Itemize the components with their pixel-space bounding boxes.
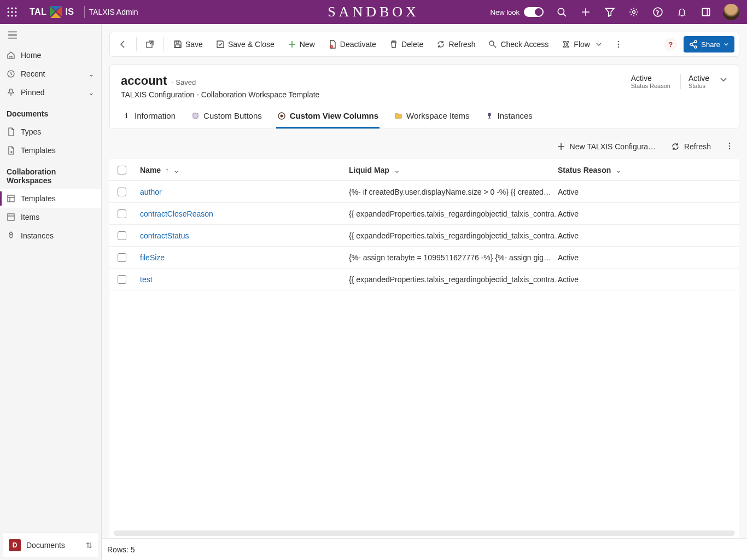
row-checkbox[interactable] [118, 209, 126, 218]
tab-custom-view-columns[interactable]: Custom View Columns [276, 108, 380, 129]
more-commands-button[interactable] [610, 36, 627, 53]
column-header-liquid[interactable]: Liquid Map ⌄ [343, 166, 552, 174]
row-checkbox[interactable] [118, 275, 126, 284]
table-row[interactable]: contractStatus{{ expandedProperties.talx… [109, 225, 739, 247]
row-status-cell: Active [558, 188, 579, 196]
tab-custom-buttons[interactable]: Custom Buttons [190, 108, 263, 129]
row-name-link[interactable]: contractCloseReason [140, 209, 213, 218]
subgrid-more-button[interactable] [723, 142, 736, 152]
share-icon [689, 40, 698, 49]
brand-logo[interactable]: TAL IS [24, 6, 80, 18]
row-name-link[interactable]: test [140, 275, 153, 284]
table-row[interactable]: fileSize{%- assign terabyte = 1099511627… [109, 247, 739, 269]
form-help-button[interactable]: ? [664, 38, 677, 51]
row-liquid-cell: {%- if createdBy.user.displayName.size >… [349, 188, 551, 196]
svg-point-6 [8, 15, 9, 16]
grid-header-row: Name ↑ ⌄ Liquid Map ⌄ Status Reason ⌄ [109, 159, 739, 181]
waffle-icon [7, 7, 17, 17]
sidebar-toggle[interactable] [0, 24, 101, 46]
record-subtitle: TALXIS Configuration - Collaboration Wor… [121, 90, 319, 99]
share-button[interactable]: Share [684, 36, 734, 52]
row-name-link[interactable]: author [140, 188, 162, 196]
svg-point-42 [618, 41, 620, 43]
delete-button[interactable]: Delete [384, 36, 429, 53]
nav-types[interactable]: Types [0, 122, 101, 141]
info-icon: i [122, 112, 131, 120]
items-icon [7, 213, 15, 221]
chevron-down-icon: ⌄ [173, 166, 180, 174]
notifications-button[interactable] [672, 0, 692, 24]
record-dot-icon [277, 112, 286, 120]
section-documents: Documents [0, 102, 101, 122]
open-new-window-button[interactable] [141, 36, 159, 53]
row-name-link[interactable]: contractStatus [140, 231, 189, 240]
popout-icon [145, 40, 154, 49]
table-row[interactable]: contractCloseReason{{ expandedProperties… [109, 203, 739, 225]
row-name-link[interactable]: fileSize [140, 253, 165, 262]
table-row[interactable]: test{{ expandedProperties.talxis_regardi… [109, 269, 739, 290]
header-field-status[interactable]: Active Status [680, 74, 709, 89]
subgrid-refresh-button[interactable]: Refresh [668, 140, 714, 153]
tab-workspace-items[interactable]: Workspace Items [393, 108, 471, 129]
gear-icon [629, 7, 639, 17]
section-collab: Collaboration Workspaces [0, 160, 101, 189]
row-checkbox[interactable] [118, 231, 126, 240]
add-button[interactable] [575, 0, 596, 24]
template-icon [7, 194, 15, 203]
new-button[interactable]: New [282, 36, 320, 53]
svg-line-39 [330, 46, 332, 48]
header-expand-button[interactable] [719, 74, 728, 86]
table-row[interactable]: author{%- if createdBy.user.displayName.… [109, 181, 739, 203]
sort-asc-icon: ↑ [165, 166, 169, 174]
column-header-status[interactable]: Status Reason ⌄ [552, 166, 739, 174]
column-header-name[interactable]: Name ↑ ⌄ [135, 166, 343, 174]
horizontal-scrollbar[interactable] [114, 530, 735, 536]
refresh-button[interactable]: Refresh [431, 36, 481, 53]
panel-button[interactable] [696, 0, 716, 24]
refresh-icon [671, 142, 680, 151]
nav-recent-label: Recent [21, 69, 45, 78]
svg-rect-30 [8, 214, 14, 220]
deactivate-button[interactable]: Deactivate [323, 36, 382, 53]
clock-icon [7, 69, 15, 78]
command-bar: Save Save & Close New Deactivate Delete … [109, 32, 739, 57]
funnel-icon [605, 7, 615, 17]
grid-footer: Rows: 5 [102, 538, 747, 560]
row-checkbox[interactable] [118, 253, 126, 262]
area-picker[interactable]: D Documents ⇅ [3, 533, 98, 557]
flow-button[interactable]: Flow [556, 36, 608, 53]
svg-point-19 [657, 14, 658, 15]
svg-point-7 [11, 15, 13, 16]
app-launcher[interactable] [0, 7, 24, 17]
nav-cw-items[interactable]: Items [0, 208, 101, 226]
row-status-cell: Active [558, 209, 579, 218]
tab-information[interactable]: iInformation [121, 108, 177, 129]
filter-button[interactable] [599, 0, 620, 24]
nav-doc-templates[interactable]: Templates [0, 141, 101, 160]
search-button[interactable] [551, 0, 572, 24]
settings-button[interactable] [623, 0, 644, 24]
chevron-down-icon: ⌄ [394, 166, 400, 174]
nav-pinned[interactable]: Pinned ⌄ [0, 83, 101, 102]
nav-recent[interactable]: Recent ⌄ [0, 65, 101, 83]
back-button[interactable] [114, 36, 132, 53]
help-button[interactable] [647, 0, 668, 24]
nav-cw-templates[interactable]: Templates [0, 189, 101, 208]
arrow-left-icon [119, 40, 127, 49]
rocket-icon [7, 231, 15, 240]
user-avatar[interactable] [723, 4, 739, 20]
nav-cw-instances[interactable]: Instances [0, 226, 101, 245]
header-field-status-reason[interactable]: Active Status Reason [631, 74, 670, 89]
plus-icon [557, 142, 565, 151]
new-look-toggle[interactable]: New look [491, 7, 544, 17]
save-button[interactable]: Save [168, 36, 208, 53]
area-label: Documents [26, 541, 65, 550]
tab-instances[interactable]: Instances [484, 108, 534, 129]
new-config-button[interactable]: New TALXIS Configura… [553, 140, 659, 153]
select-all-checkbox[interactable] [118, 166, 126, 174]
check-access-button[interactable]: Check Access [483, 36, 554, 53]
save-close-button[interactable]: Save & Close [211, 36, 280, 53]
nav-home[interactable]: Home [0, 46, 101, 65]
row-checkbox[interactable] [118, 188, 126, 196]
svg-point-50 [280, 114, 283, 117]
